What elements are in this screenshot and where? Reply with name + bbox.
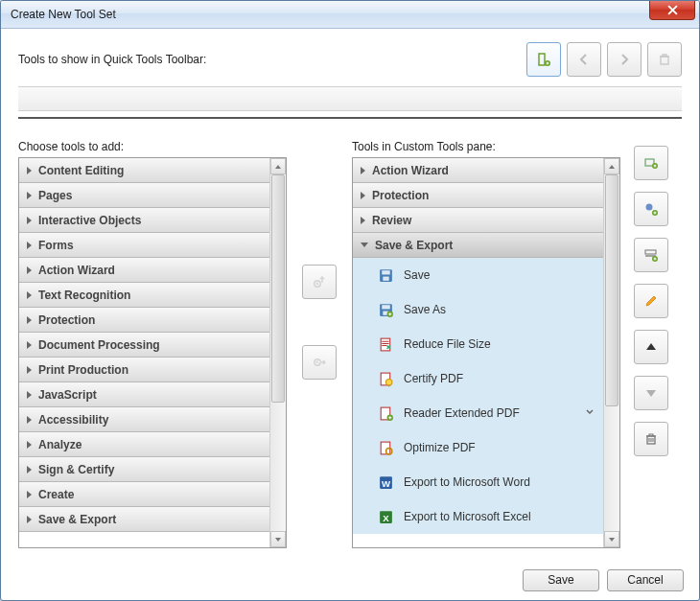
add-separator-button[interactable] — [634, 238, 668, 272]
category-label: Save & Export — [38, 513, 116, 526]
tool-item[interactable]: WExport to Microsoft Word — [353, 465, 603, 499]
tool-item[interactable]: Reduce File Size — [353, 327, 603, 361]
tool-item[interactable]: Save As — [353, 292, 603, 327]
category-item[interactable]: Print Production — [19, 358, 269, 382]
expand-icon — [361, 217, 365, 224]
category-item[interactable]: Sign & Certify — [19, 457, 269, 482]
move-up-button[interactable] — [634, 330, 668, 364]
expand-icon — [27, 242, 32, 249]
category-item[interactable]: Review — [353, 208, 603, 233]
expand-icon — [27, 466, 32, 474]
scrollbar[interactable] — [603, 158, 619, 547]
category-item[interactable]: Accessibility — [19, 407, 269, 432]
add-category-button[interactable] — [634, 192, 668, 226]
category-item[interactable]: Document Processing — [19, 333, 269, 358]
category-label: Review — [372, 214, 411, 227]
expand-icon — [27, 167, 32, 174]
dialog-content: Tools to show in Quick Tools Toolbar: — [1, 29, 699, 560]
expand-icon — [361, 192, 365, 199]
svg-point-14 — [386, 379, 392, 384]
right-arrow-icon — [617, 52, 632, 67]
category-label: Text Recognition — [38, 289, 130, 302]
svg-rect-12 — [381, 338, 390, 351]
tool-item[interactable]: Save — [353, 258, 603, 292]
category-item[interactable]: Save & Export — [353, 233, 603, 258]
save-button[interactable]: Save — [523, 569, 599, 591]
tool-item[interactable]: Optimize PDF — [353, 430, 603, 465]
add-category-icon — [643, 201, 659, 217]
expand-icon — [27, 441, 32, 449]
category-item[interactable]: Interactive Objects — [19, 208, 269, 233]
close-icon — [667, 5, 678, 15]
add-to-quick-button[interactable] — [526, 42, 561, 77]
tool-label: Optimize PDF — [404, 441, 476, 454]
category-item[interactable]: Forms — [19, 233, 269, 258]
move-to-pane-button[interactable] — [302, 345, 337, 380]
expand-icon — [27, 266, 32, 274]
pencil-icon — [643, 293, 659, 309]
tool-item[interactable]: XExport to Microsoft Excel — [353, 499, 603, 534]
quick-tools-strip — [18, 86, 682, 111]
category-item[interactable]: Action Wizard — [19, 258, 269, 283]
cancel-button[interactable]: Cancel — [607, 569, 684, 591]
reader-icon — [378, 405, 394, 422]
scroll-up-button[interactable] — [604, 158, 619, 174]
category-item[interactable]: Action Wizard — [353, 158, 603, 183]
window-close-button[interactable] — [649, 1, 695, 20]
expand-icon — [27, 516, 32, 523]
tool-label: Export to Microsoft Excel — [404, 510, 531, 523]
tool-item[interactable]: Certify PDF — [353, 361, 603, 396]
category-item[interactable]: Content Editing — [19, 158, 269, 183]
scroll-down-button[interactable] — [604, 531, 619, 547]
move-down-button[interactable] — [634, 376, 668, 410]
category-label: Protection — [372, 189, 429, 202]
scroll-up-button[interactable] — [270, 158, 286, 174]
svg-text:W: W — [382, 477, 390, 488]
category-item[interactable]: Pages — [19, 183, 269, 208]
delete-button[interactable] — [634, 422, 668, 456]
add-tool-icon — [643, 155, 659, 171]
expand-icon — [27, 192, 32, 199]
category-item[interactable]: Protection — [353, 183, 603, 208]
saveas-icon — [378, 302, 394, 318]
move-to-quick-button[interactable] — [302, 265, 337, 299]
category-item[interactable]: Protection — [19, 308, 269, 333]
up-arrow-icon — [643, 339, 659, 355]
category-item[interactable]: Text Recognition — [19, 283, 269, 308]
svg-text:X: X — [383, 512, 389, 522]
category-label: Save & Export — [375, 239, 453, 252]
category-label: Document Processing — [38, 338, 160, 352]
word-icon: W — [378, 474, 394, 491]
category-label: Pages — [38, 189, 72, 202]
trash-icon — [643, 431, 659, 447]
quick-delete-button[interactable] — [647, 42, 682, 77]
tool-label: Reduce File Size — [404, 337, 491, 351]
submenu-icon — [586, 406, 594, 420]
category-item[interactable]: Analyze — [19, 432, 269, 457]
edit-button[interactable] — [634, 284, 668, 318]
category-item[interactable]: JavaScript — [19, 382, 269, 407]
svg-rect-2 — [661, 57, 668, 64]
expand-icon — [27, 316, 32, 324]
category-label: Action Wizard — [372, 164, 449, 177]
save-icon — [378, 267, 394, 284]
quick-next-button[interactable] — [607, 42, 642, 77]
expand-icon — [27, 366, 32, 374]
category-label: JavaScript — [38, 388, 97, 402]
quick-tools-label: Tools to show in Quick Tools Toolbar: — [18, 53, 526, 66]
quick-prev-button[interactable] — [567, 42, 601, 77]
category-item[interactable]: Create — [19, 482, 269, 507]
category-label: Interactive Objects — [38, 214, 141, 227]
category-item[interactable]: Save & Export — [19, 507, 269, 532]
expand-icon — [27, 217, 32, 224]
tool-item[interactable]: Reader Extended PDF — [353, 396, 603, 430]
scrollbar[interactable] — [269, 158, 286, 547]
tool-label: Certify PDF — [404, 372, 463, 385]
dialog-window: Create New Tool Set Tools to show in Qui… — [0, 0, 700, 601]
tool-label: Save — [404, 268, 430, 282]
excel-icon: X — [378, 509, 394, 525]
scroll-down-button[interactable] — [270, 531, 286, 547]
tool-label: Reader Extended PDF — [404, 406, 520, 420]
category-label: Content Editing — [38, 164, 124, 177]
add-tool-button[interactable] — [634, 146, 668, 180]
